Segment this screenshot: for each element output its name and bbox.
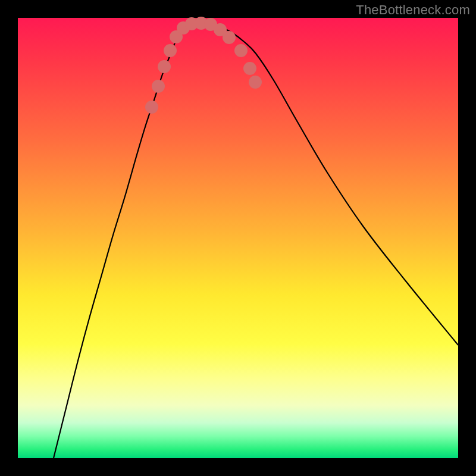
plot-area bbox=[18, 18, 458, 458]
curve-marker bbox=[164, 44, 177, 57]
curve-marker bbox=[249, 76, 262, 89]
curve-marker bbox=[243, 62, 256, 75]
curve-marker bbox=[158, 60, 171, 73]
curve-markers bbox=[145, 17, 262, 114]
curve-marker bbox=[152, 80, 165, 93]
curve-marker bbox=[145, 101, 158, 114]
curve-marker bbox=[234, 44, 248, 57]
curve-svg bbox=[18, 18, 458, 458]
chart-frame: TheBottleneck.com bbox=[0, 0, 476, 476]
watermark-text: TheBottleneck.com bbox=[356, 2, 470, 18]
curve-marker bbox=[223, 31, 236, 44]
